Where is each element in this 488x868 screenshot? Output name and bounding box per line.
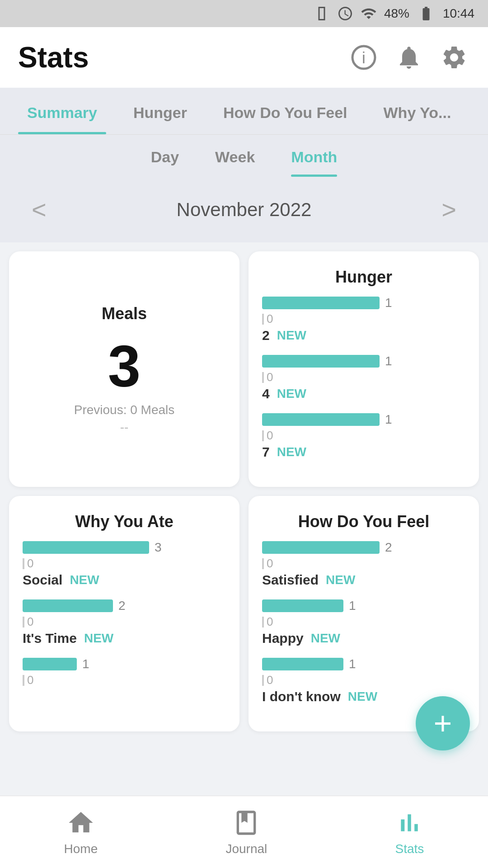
meals-dash: --: [120, 420, 129, 434]
meals-card: Meals 3 Previous: 0 Meals --: [9, 251, 239, 487]
hunger-new-2: NEW: [277, 445, 306, 459]
wifi-icon: [361, 5, 377, 22]
why-label-row-0: Social NEW: [23, 572, 226, 588]
hdyf-label-row-0: Satisfied NEW: [262, 572, 465, 588]
bottom-nav: Home Journal Stats: [0, 796, 488, 868]
why-bar-0: [23, 541, 149, 554]
info-icon: i: [350, 44, 377, 71]
content-grid: Meals 3 Previous: 0 Meals -- Hunger 1 0 …: [0, 242, 488, 741]
why-bar-row-0: 3: [23, 540, 226, 555]
hunger-count-0: 1: [385, 296, 399, 310]
tab-why-you[interactable]: Why Yo...: [366, 88, 469, 134]
why-you-ate-card: Why You Ate 3 0 Social NEW 2: [9, 496, 239, 731]
hdyf-label-row-1: Happy NEW: [262, 631, 465, 646]
hunger-zero-row-1: 0: [262, 370, 465, 384]
hunger-label-row-0: 2 NEW: [262, 328, 465, 343]
hunger-bar-1: [262, 355, 380, 368]
gear-icon: [441, 44, 468, 71]
why-zero-bar-1: [23, 617, 24, 627]
why-new-1: NEW: [84, 631, 113, 646]
hdyf-bar-0: [262, 541, 380, 554]
why-zero-row-0: 0: [23, 557, 226, 571]
hdyf-zero-2: 0: [267, 673, 273, 687]
hunger-item-1: 1 0 4 NEW: [262, 354, 465, 401]
why-count-1: 2: [118, 599, 132, 613]
why-item-2: 1 0: [23, 657, 226, 687]
nav-journal-label: Journal: [225, 842, 267, 856]
home-icon: [66, 808, 95, 837]
hdyf-label-0: Satisfied: [262, 572, 319, 588]
period-tab-week[interactable]: Week: [215, 148, 255, 177]
hunger-label-0: 2: [262, 328, 270, 343]
tab-hunger[interactable]: Hunger: [115, 88, 205, 134]
tab-summary[interactable]: Summary: [9, 88, 115, 134]
hunger-zero-row-0: 0: [262, 312, 465, 326]
why-label-0: Social: [23, 572, 62, 588]
why-zero-bar-2: [23, 675, 24, 686]
journal-icon: [232, 808, 261, 837]
period-tab-month[interactable]: Month: [291, 148, 337, 177]
info-icon-button[interactable]: i: [348, 42, 380, 73]
hdyf-label-2: I don't know: [262, 689, 341, 704]
prev-month-button[interactable]: <: [23, 190, 56, 229]
gear-icon-button[interactable]: [438, 42, 470, 73]
hdyf-new-2: NEW: [348, 689, 377, 704]
period-tabs: Day Week Month: [0, 135, 488, 177]
period-tab-day[interactable]: Day: [151, 148, 179, 177]
meals-title: Meals: [102, 304, 147, 323]
hdyf-zero-bar-0: [262, 558, 264, 569]
hdyf-item-1: 1 0 Happy NEW: [262, 599, 465, 646]
page-title: Stats: [18, 41, 89, 74]
nav-home[interactable]: Home: [64, 808, 98, 856]
why-zero-2: 0: [27, 673, 33, 687]
hdyf-new-1: NEW: [311, 631, 340, 646]
hunger-bar-row-2: 1: [262, 412, 465, 427]
hunger-count-2: 1: [385, 412, 399, 427]
why-zero-bar-0: [23, 558, 24, 569]
meals-previous: Previous: 0 Meals: [74, 403, 175, 417]
hdyf-label-1: Happy: [262, 631, 304, 646]
hdyf-zero-bar-1: [262, 617, 264, 627]
time-text: 10:44: [443, 6, 474, 21]
hunger-zero-0: 0: [267, 312, 273, 326]
why-bar-1: [23, 599, 113, 612]
battery-text: 48%: [384, 6, 409, 21]
nav-journal[interactable]: Journal: [225, 808, 267, 856]
why-item-1: 2 0 It's Time NEW: [23, 599, 226, 646]
hunger-zero-1: 0: [267, 370, 273, 384]
hdyf-count-2: 1: [349, 657, 362, 671]
why-bar-row-1: 2: [23, 599, 226, 613]
why-count-0: 3: [155, 540, 168, 555]
hdyf-zero-bar-2: [262, 675, 264, 686]
bell-icon-button[interactable]: [393, 42, 425, 73]
sim-icon: [314, 5, 330, 22]
hunger-new-1: NEW: [277, 387, 306, 401]
hunger-bar-0: [262, 297, 380, 309]
hunger-bar-row-0: 1: [262, 296, 465, 310]
tab-how-do-you-feel[interactable]: How Do You Feel: [205, 88, 366, 134]
fab-plus-icon: +: [434, 708, 452, 739]
header: Stats i: [0, 27, 488, 88]
hdyf-zero-row-0: 0: [262, 557, 465, 571]
hunger-zero-bar-2: [262, 430, 264, 441]
why-label-row-1: It's Time NEW: [23, 631, 226, 646]
hunger-item-0: 1 0 2 NEW: [262, 296, 465, 343]
why-zero-1: 0: [27, 615, 33, 629]
hdyf-zero-row-2: 0: [262, 673, 465, 687]
why-new-0: NEW: [70, 573, 99, 587]
why-zero-0: 0: [27, 557, 33, 571]
hunger-zero-row-2: 0: [262, 429, 465, 443]
hunger-count-1: 1: [385, 354, 399, 368]
why-bar-row-2: 1: [23, 657, 226, 671]
hunger-label-row-2: 7 NEW: [262, 444, 465, 460]
nav-stats[interactable]: Stats: [395, 808, 424, 856]
hdyf-count-1: 1: [349, 599, 362, 613]
hdyf-bar-1: [262, 599, 343, 612]
why-you-ate-title: Why You Ate: [23, 512, 226, 531]
hunger-zero-2: 0: [267, 429, 273, 443]
header-icons: i: [348, 42, 470, 73]
hdyf-new-0: NEW: [326, 573, 355, 587]
next-month-button[interactable]: >: [432, 190, 465, 229]
hdyf-count-0: 2: [385, 540, 399, 555]
fab-add-button[interactable]: +: [416, 696, 470, 750]
